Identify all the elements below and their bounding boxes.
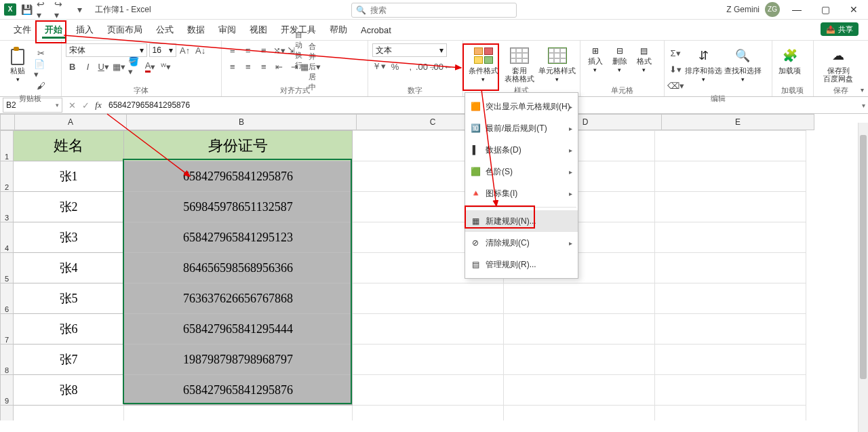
cell-D8[interactable] (504, 345, 655, 375)
paste-button[interactable]: 粘贴 ▾ (4, 43, 31, 83)
tab-help[interactable]: 帮助 (323, 20, 354, 40)
format-painter-icon[interactable]: 🖌 (34, 79, 47, 92)
account-name[interactable]: Z Gemini (726, 5, 760, 14)
tab-insert[interactable]: 插入 (69, 20, 100, 40)
cf-data-bars[interactable]: ▌数据条(D)▸ (465, 139, 578, 161)
row-header-9[interactable]: 9 (1, 375, 14, 406)
cell-A4[interactable]: 张3 (14, 222, 124, 253)
format-as-table-button[interactable]: 套用 表格格式 (502, 43, 536, 83)
phonetic-icon[interactable]: ᵂ▾ (159, 60, 173, 73)
align-center-icon[interactable]: ≡ (241, 60, 255, 73)
close-button[interactable]: ✕ (842, 1, 865, 18)
tab-file[interactable]: 文件 (7, 20, 38, 40)
autosum-icon[interactable]: Σ▾ (669, 46, 682, 60)
cf-clear-rules[interactable]: ⊘清除规则(C)▸ (465, 232, 578, 254)
cell-C8[interactable] (353, 345, 504, 375)
cell-B1[interactable]: 身份证号 (124, 131, 353, 161)
merge-center-button[interactable]: ▦ 合并后居中▾ (304, 60, 317, 73)
cell-A10[interactable] (14, 406, 124, 421)
row-header-5[interactable]: 5 (1, 253, 14, 283)
cell-A5[interactable]: 张4 (14, 253, 124, 283)
cell-E1[interactable] (655, 131, 806, 161)
vertical-scrollbar[interactable] (858, 123, 868, 432)
align-middle-icon[interactable]: ≡ (241, 43, 255, 57)
cell-styles-button[interactable]: 单元格样式 ▾ (539, 43, 576, 83)
cell-A9[interactable]: 张8 (14, 375, 124, 406)
cf-top-bottom-rules[interactable]: 🔟最前/最后规则(T)▸ (465, 117, 578, 139)
row-header-7[interactable]: 7 (1, 314, 14, 345)
cancel-edit-icon[interactable]: ✕ (65, 98, 79, 112)
italic-button[interactable]: I (81, 60, 95, 73)
cell-B5[interactable]: 864656598568956366 (124, 253, 353, 283)
cell-A6[interactable]: 张5 (14, 283, 124, 314)
cell-B9[interactable]: 658427965841295876 (124, 375, 353, 406)
font-size-input[interactable]: 16▾ (149, 43, 176, 57)
addins-button[interactable]: 🧩加载项 (776, 43, 804, 75)
qat-more-icon[interactable]: ▾ (72, 2, 87, 17)
cell-A7[interactable]: 张6 (14, 314, 124, 345)
tell-me-search[interactable]: 🔍 搜索 (351, 3, 517, 18)
cell-A2[interactable]: 张1 (14, 161, 124, 192)
tab-data[interactable]: 数据 (180, 20, 212, 40)
increase-indent-icon[interactable]: ⇥ (288, 60, 302, 73)
cell-D9[interactable] (504, 375, 655, 406)
cf-icon-sets[interactable]: 🔺图标集(I)▸ (465, 182, 578, 204)
conditional-format-button[interactable]: 条件格式 ▾ (467, 43, 500, 83)
font-color-button[interactable]: A▾ (144, 60, 157, 73)
qat-redo-icon[interactable]: ↪ ▾ (54, 2, 69, 17)
cell-B3[interactable]: 569845978651132587 (124, 192, 353, 222)
insert-cells-button[interactable]: ⊞插入▾ (585, 43, 606, 73)
qat-save-icon[interactable]: 💾 (19, 2, 34, 17)
cell-E8[interactable] (655, 345, 806, 375)
restore-button[interactable]: ▢ (814, 1, 837, 18)
tab-page-layout[interactable]: 页面布局 (100, 20, 149, 40)
tab-view[interactable]: 视图 (243, 20, 274, 40)
percent-icon[interactable]: % (388, 60, 401, 73)
cell-B8[interactable]: 198798798798968797 (124, 345, 353, 375)
orientation-icon[interactable]: ⤭▾ (273, 43, 286, 57)
cf-color-scales[interactable]: 🟩色阶(S)▸ (465, 161, 578, 182)
cell-B7[interactable]: 658427965841295444 (124, 314, 353, 345)
increase-font-icon[interactable]: A↑ (178, 43, 192, 57)
cell-C7[interactable] (353, 314, 504, 345)
fx-icon[interactable]: fx (92, 100, 104, 111)
decrease-font-icon[interactable]: A↓ (194, 43, 208, 57)
cell-E2[interactable] (655, 161, 806, 192)
currency-icon[interactable]: ￥▾ (372, 60, 386, 73)
row-header-1[interactable]: 1 (1, 131, 14, 161)
cell-D7[interactable] (504, 314, 655, 345)
cell-E5[interactable] (655, 253, 806, 283)
cf-manage-rules[interactable]: ▤管理规则(R)... (465, 254, 578, 275)
account-avatar[interactable]: ZG (765, 2, 780, 17)
sort-filter-button[interactable]: ⇵排序和筛选▾ (685, 43, 722, 83)
align-top-icon[interactable]: ≡ (226, 43, 239, 57)
delete-cells-button[interactable]: ⊟删除▾ (609, 43, 631, 73)
clear-icon[interactable]: ⌫▾ (669, 79, 682, 92)
format-cells-button[interactable]: ▤格式▾ (633, 43, 655, 73)
align-left-icon[interactable]: ≡ (226, 60, 239, 73)
cell-C9[interactable] (353, 375, 504, 406)
number-format-select[interactable]: 文本▾ (372, 43, 447, 57)
collapse-ribbon-icon[interactable]: ▾ (861, 86, 864, 94)
find-select-button[interactable]: 🔍查找和选择▾ (724, 43, 761, 83)
dec-decimal-icon[interactable]: .00← (435, 60, 448, 73)
border-button[interactable]: ▦▾ (113, 60, 126, 73)
cell-E4[interactable] (655, 222, 806, 253)
cell-E10[interactable] (655, 406, 806, 421)
col-header-A[interactable]: A (15, 115, 127, 130)
select-all-corner[interactable] (1, 115, 15, 130)
cell-A8[interactable]: 张7 (14, 345, 124, 375)
tab-home[interactable]: 开始 (38, 20, 69, 40)
cell-E3[interactable] (655, 192, 806, 222)
cell-B4[interactable]: 658427965841295123 (124, 222, 353, 253)
tab-review[interactable]: 审阅 (212, 20, 243, 40)
cell-D6[interactable] (504, 283, 655, 314)
row-header-6[interactable]: 6 (1, 283, 14, 314)
bold-button[interactable]: B (66, 60, 79, 73)
expand-formula-icon[interactable]: ▾ (862, 102, 865, 109)
wrap-text-button[interactable]: ⇲ 自动换行 (288, 43, 302, 57)
copy-icon[interactable]: 📄▾ (34, 62, 47, 76)
cell-E7[interactable] (655, 314, 806, 345)
cf-highlight-rules[interactable]: 🟧突出显示单元格规则(H)▸ (465, 96, 578, 117)
cell-E6[interactable] (655, 283, 806, 314)
